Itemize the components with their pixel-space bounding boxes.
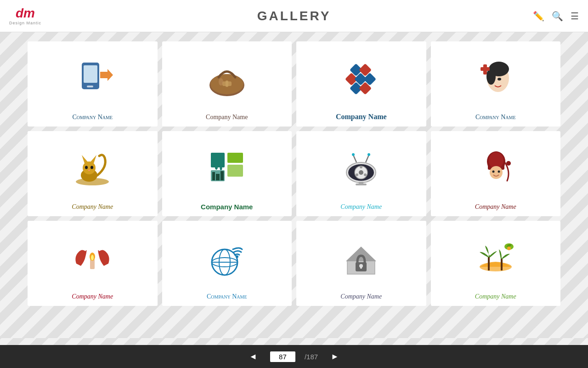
- logo-image-3: [301, 49, 422, 109]
- svg-point-44: [364, 173, 367, 176]
- svg-point-56: [492, 170, 494, 172]
- edit-icon[interactable]: ✏️: [533, 11, 544, 22]
- gallery-grid: Company Name Company Name: [28, 41, 560, 306]
- logo-card-8[interactable]: Company Name: [431, 131, 561, 216]
- logo-image-4: [435, 49, 556, 110]
- svg-marker-68: [346, 247, 376, 261]
- menu-icon[interactable]: ☰: [571, 11, 579, 22]
- svg-rect-34: [212, 172, 215, 180]
- logo-card-3[interactable]: Company Name: [296, 41, 426, 126]
- svg-rect-2: [87, 86, 93, 87]
- logo-card-10[interactable]: Company Name: [162, 221, 292, 306]
- logo-name-6: Company Name: [201, 203, 253, 211]
- svg-point-43: [360, 166, 362, 168]
- svg-rect-51: [356, 184, 367, 185]
- logo-image-2: [167, 49, 288, 110]
- svg-point-49: [368, 153, 370, 156]
- logo-card-5[interactable]: Company Name: [28, 131, 158, 216]
- logo-name-1: Company Name: [72, 114, 113, 121]
- svg-marker-3: [100, 69, 113, 81]
- svg-point-37: [215, 165, 218, 170]
- svg-point-27: [85, 166, 88, 169]
- logo-card-4[interactable]: Company Name: [431, 41, 561, 126]
- svg-point-58: [506, 161, 511, 166]
- svg-marker-25: [82, 155, 88, 163]
- svg-rect-7: [226, 80, 228, 87]
- svg-point-8: [219, 78, 223, 86]
- logo-name-8: Company Name: [475, 203, 516, 211]
- svg-rect-74: [501, 259, 503, 270]
- svg-point-55: [490, 166, 503, 179]
- logo-card-11[interactable]: Company Name: [296, 221, 426, 306]
- logo-name-11: Company Name: [340, 293, 382, 300]
- prev-page-button[interactable]: ◄: [245, 350, 261, 363]
- svg-point-28: [90, 166, 93, 169]
- logo-name-12: Company Name: [475, 293, 516, 300]
- next-page-button[interactable]: ►: [327, 350, 343, 363]
- svg-point-38: [220, 167, 222, 170]
- logo-name-4: Company Name: [475, 114, 516, 121]
- svg-rect-73: [488, 257, 490, 270]
- svg-point-66: [236, 255, 238, 258]
- page-title: GALLERY: [257, 9, 331, 23]
- logo-image-12: [435, 228, 556, 289]
- current-page-input[interactable]: [270, 351, 295, 362]
- logo-image-6: [167, 138, 288, 199]
- logo-name-10: Company Name: [207, 293, 247, 300]
- total-pages: /187: [305, 353, 318, 361]
- logo-image-7: [301, 138, 422, 200]
- svg-rect-20: [481, 67, 490, 71]
- svg-rect-1: [84, 65, 97, 83]
- logo-image-8: [435, 138, 556, 200]
- logo-card-2[interactable]: Company Name: [162, 41, 292, 126]
- logo-name-7: Company Name: [340, 203, 382, 211]
- pagination-bar: ◄ /187 ►: [0, 345, 588, 368]
- svg-line-46: [353, 155, 356, 162]
- header-actions: ✏️ 🔍 ☰: [533, 11, 579, 22]
- svg-point-21: [498, 78, 501, 80]
- svg-point-24: [83, 161, 96, 174]
- logo-image-9: [32, 228, 153, 289]
- logo-card-6[interactable]: Company Name: [162, 131, 292, 216]
- svg-rect-31: [227, 153, 243, 163]
- svg-rect-35: [216, 174, 220, 180]
- logo-name-3: Company Name: [336, 113, 387, 121]
- logo[interactable]: dm Design Mantic: [9, 7, 41, 25]
- svg-point-76: [507, 247, 511, 250]
- svg-point-48: [352, 153, 355, 156]
- svg-rect-71: [360, 266, 362, 269]
- svg-rect-32: [227, 165, 243, 177]
- logo-name-9: Company Name: [72, 293, 113, 300]
- svg-rect-36: [220, 171, 224, 180]
- header: dm Design Mantic GALLERY ✏️ 🔍 ☰: [0, 0, 588, 32]
- logo-name-5: Company Name: [72, 203, 113, 211]
- svg-line-47: [366, 155, 369, 162]
- logo-image-11: [301, 228, 422, 289]
- logo-name-2: Company Name: [206, 114, 248, 121]
- logo-card-1[interactable]: Company Name: [28, 41, 158, 126]
- search-icon[interactable]: 🔍: [552, 11, 563, 22]
- logo-image-10: [167, 228, 288, 289]
- svg-marker-26: [90, 155, 96, 163]
- svg-point-45: [356, 173, 358, 176]
- logo-dm: dm: [9, 7, 41, 20]
- svg-point-57: [498, 170, 500, 172]
- logo-card-12[interactable]: Company Name: [431, 221, 561, 306]
- svg-point-42: [359, 170, 363, 175]
- logo-image-1: [32, 49, 153, 110]
- svg-point-29: [88, 169, 90, 171]
- svg-rect-30: [211, 153, 225, 167]
- logo-sub: Design Mantic: [9, 21, 41, 25]
- svg-point-61: [91, 255, 94, 260]
- gallery-main: Company Name Company Name: [0, 32, 588, 338]
- svg-point-72: [480, 262, 512, 271]
- logo-card-7[interactable]: Company Name: [296, 131, 426, 216]
- logo-card-9[interactable]: Company Name: [28, 221, 158, 306]
- logo-image-5: [32, 138, 153, 200]
